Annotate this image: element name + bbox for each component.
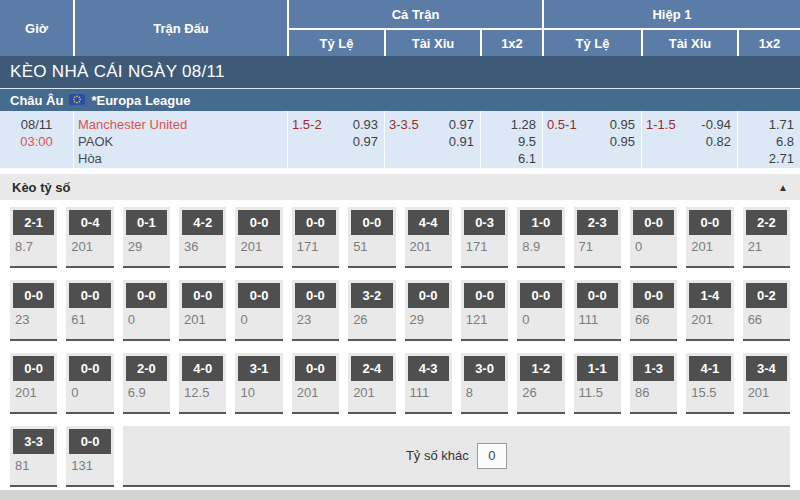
score-bet-cell[interactable]: 0-00 bbox=[235, 280, 282, 341]
score-bet-cell[interactable]: 1-226 bbox=[517, 353, 564, 414]
score-odds-value: 8.7 bbox=[10, 235, 57, 254]
score-label: 0-0 bbox=[238, 283, 279, 308]
score-odds-value: 12.5 bbox=[179, 381, 226, 400]
score-bet-cell[interactable]: 0-3171 bbox=[461, 207, 508, 268]
h1-over-odds[interactable]: -0.94 bbox=[701, 116, 731, 133]
score-bet-cell[interactable]: 4-012.5 bbox=[179, 353, 226, 414]
score-odds-value: 201 bbox=[405, 235, 452, 254]
h1-1x2-home[interactable]: 1.71 bbox=[769, 116, 794, 133]
score-label: 2-3 bbox=[577, 210, 618, 235]
score-bet-cell[interactable]: 0-129 bbox=[123, 207, 170, 268]
score-odds-value: 131 bbox=[66, 454, 113, 473]
score-section-header[interactable]: Kèo tỷ số ▲ bbox=[0, 174, 800, 200]
score-bet-cell[interactable]: 3-110 bbox=[235, 353, 282, 414]
score-bet-cell[interactable]: 0-266 bbox=[743, 280, 790, 341]
h1-1x2-draw[interactable]: 6.8 bbox=[769, 133, 794, 150]
score-bet-cell[interactable]: 0-066 bbox=[630, 280, 677, 341]
score-bet-cell[interactable]: 0-0171 bbox=[292, 207, 339, 268]
ft-1x2-home[interactable]: 1.28 bbox=[511, 116, 536, 133]
score-bet-cell[interactable]: 0-061 bbox=[66, 280, 113, 341]
score-bet-cell[interactable]: 3-226 bbox=[348, 280, 395, 341]
ft-1x2-draw[interactable]: 9.5 bbox=[511, 133, 536, 150]
other-score-value-box[interactable]: 0 bbox=[477, 443, 507, 469]
score-label: 4-4 bbox=[408, 210, 449, 235]
ft-under-odds[interactable]: 0.91 bbox=[449, 133, 474, 150]
score-bet-cell[interactable]: 1-386 bbox=[630, 353, 677, 414]
ft-overunder-odds[interactable]: 3-3.5 0.97 0.91 bbox=[384, 111, 480, 168]
score-label: 0-0 bbox=[69, 356, 110, 381]
ft-handicap-line: 1.5-2 bbox=[292, 116, 322, 168]
score-bet-cell[interactable]: 0-0201 bbox=[10, 353, 57, 414]
score-bet-cell[interactable]: 0-4201 bbox=[66, 207, 113, 268]
h1-1x2-away[interactable]: 2.71 bbox=[769, 150, 794, 167]
score-bet-cell[interactable]: 0-0111 bbox=[574, 280, 621, 341]
score-odds-value: 66 bbox=[630, 308, 677, 327]
score-bet-cell[interactable]: 4-236 bbox=[179, 207, 226, 268]
score-bet-cell[interactable]: 1-4201 bbox=[686, 280, 733, 341]
score-label: 1-4 bbox=[689, 283, 730, 308]
h1-1x2-odds[interactable]: 1.71 6.8 2.71 bbox=[737, 111, 800, 168]
score-label: 0-0 bbox=[633, 283, 674, 308]
score-odds-value: 201 bbox=[743, 381, 790, 400]
score-bet-cell[interactable]: 0-00 bbox=[630, 207, 677, 268]
score-bet-cell[interactable]: 0-0201 bbox=[292, 353, 339, 414]
score-bet-cell[interactable]: 0-00 bbox=[66, 353, 113, 414]
score-label: 2-2 bbox=[746, 210, 787, 235]
ft-overunder-line: 3-3.5 bbox=[389, 116, 419, 168]
score-bet-cell[interactable]: 2-221 bbox=[743, 207, 790, 268]
ft-handicap-values: 0.93 0.97 bbox=[353, 116, 378, 168]
h1-overunder-odds[interactable]: 1-1.5 -0.94 0.82 bbox=[641, 111, 737, 168]
score-odds-value: 0 bbox=[123, 308, 170, 327]
h1-handicap-odds[interactable]: 0.5-1 0.95 0.95 bbox=[542, 111, 641, 168]
score-bet-cell[interactable]: 4-115.5 bbox=[686, 353, 733, 414]
score-bet-cell[interactable]: 2-06.9 bbox=[123, 353, 170, 414]
collapse-arrow-icon[interactable]: ▲ bbox=[778, 182, 788, 193]
score-bet-cell[interactable]: 2-18.7 bbox=[10, 207, 57, 268]
bottom-scrollbar-track[interactable] bbox=[0, 490, 800, 500]
score-bet-cell[interactable]: 2-371 bbox=[574, 207, 621, 268]
score-odds-value: 0 bbox=[630, 235, 677, 254]
ft-1x2-away[interactable]: 6.1 bbox=[511, 150, 536, 167]
score-bet-cell[interactable]: 0-00 bbox=[517, 280, 564, 341]
score-bet-cell[interactable]: 0-0201 bbox=[686, 207, 733, 268]
score-bet-cell[interactable]: 0-0121 bbox=[461, 280, 508, 341]
score-bet-cell[interactable]: 0-023 bbox=[10, 280, 57, 341]
score-odds-value: 201 bbox=[686, 235, 733, 254]
ft-1x2-odds[interactable]: 1.28 9.5 6.1 bbox=[480, 111, 542, 168]
league-name: *Europa League bbox=[91, 93, 190, 108]
score-label: 2-0 bbox=[126, 356, 167, 381]
ft-handicap-over[interactable]: 0.93 bbox=[353, 116, 378, 133]
score-bet-cell[interactable]: 0-0131 bbox=[66, 426, 113, 487]
score-odds-value: 8 bbox=[461, 381, 508, 400]
score-bet-cell[interactable]: 4-4201 bbox=[405, 207, 452, 268]
score-odds-value: 6.9 bbox=[123, 381, 170, 400]
score-bet-cell[interactable]: 1-08.9 bbox=[517, 207, 564, 268]
h1-handicap-over[interactable]: 0.95 bbox=[610, 116, 635, 133]
betting-page: Giờ Trận Đấu Cả Trận Hiệp 1 Tỷ Lệ Tài Xỉ… bbox=[0, 0, 800, 500]
score-bet-cell[interactable]: 1-111.5 bbox=[574, 353, 621, 414]
score-bet-cell[interactable]: 0-051 bbox=[348, 207, 395, 268]
score-bet-cell[interactable]: 0-0201 bbox=[179, 280, 226, 341]
h1-handicap-under[interactable]: 0.95 bbox=[610, 133, 635, 150]
home-team-link[interactable]: Manchester United bbox=[78, 116, 287, 133]
score-label: 1-2 bbox=[520, 356, 561, 381]
away-team-link[interactable]: PAOK bbox=[78, 133, 287, 150]
score-bet-cell[interactable]: 3-4201 bbox=[743, 353, 790, 414]
score-label: 3-4 bbox=[746, 356, 787, 381]
score-bet-cell[interactable]: 3-381 bbox=[10, 426, 57, 487]
league-row[interactable]: Châu Âu *Europa League bbox=[0, 88, 800, 111]
ft-handicap-odds[interactable]: 1.5-2 0.93 0.97 bbox=[287, 111, 384, 168]
score-bet-cell[interactable]: 2-4201 bbox=[348, 353, 395, 414]
score-bet-cell[interactable]: 0-00 bbox=[123, 280, 170, 341]
score-bet-cell[interactable]: 3-08 bbox=[461, 353, 508, 414]
score-label: 4-2 bbox=[182, 210, 223, 235]
ft-handicap-under[interactable]: 0.97 bbox=[353, 133, 378, 150]
score-label: 0-0 bbox=[69, 283, 110, 308]
h1-under-odds[interactable]: 0.82 bbox=[701, 133, 731, 150]
h1-1x2-values: 1.71 6.8 2.71 bbox=[769, 116, 794, 168]
score-bet-cell[interactable]: 0-0201 bbox=[235, 207, 282, 268]
score-bet-cell[interactable]: 4-3111 bbox=[405, 353, 452, 414]
score-bet-cell[interactable]: 0-023 bbox=[292, 280, 339, 341]
score-bet-cell[interactable]: 0-029 bbox=[405, 280, 452, 341]
ft-over-odds[interactable]: 0.97 bbox=[449, 116, 474, 133]
